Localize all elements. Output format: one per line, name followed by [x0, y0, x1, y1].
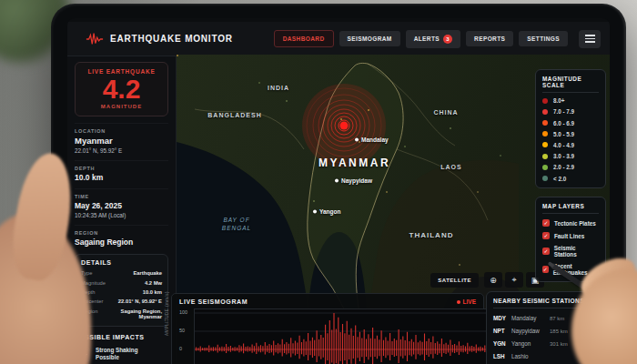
details-row: Region Sagaing Region, Myanmar — [81, 307, 162, 321]
map-layer-seismic-stations[interactable]: ✓ Seismic Stations — [542, 245, 599, 258]
country-label-thailand: THAILAND — [410, 231, 454, 239]
layer-label: Seismic Stations — [554, 245, 599, 258]
nav-label: SETTINGS — [527, 35, 560, 42]
details-row-value: 22.01° N, 95.92° E — [118, 298, 162, 304]
city-dot — [355, 137, 359, 141]
impact-label: Strong ShakingPossible — [96, 347, 138, 361]
nav-button-alerts[interactable]: ALERTS 3 — [406, 30, 460, 48]
info-field: LOCATION Myanmar 22.01° N, 95.92° E — [75, 123, 168, 154]
nav-label: REPORTS — [474, 35, 505, 42]
city-dot — [313, 209, 317, 213]
seismic-waveform-icon — [86, 32, 104, 46]
city-name: Yangon — [319, 208, 340, 215]
station-distance: 301 km — [550, 341, 575, 347]
field-value: 10.0 km — [75, 173, 168, 182]
sea-label: BAY OF BENGAL — [222, 217, 251, 232]
nav-label: SEISMOGRAM — [348, 35, 392, 42]
magnitude-scale-title: MAGNITUDE SCALE — [542, 76, 599, 93]
details-row-value: Sagaing Region, Myanmar — [97, 308, 162, 319]
main-nav: DASHBOARD SEISMOGRAM ALERTS 3 REPORTS — [274, 30, 568, 48]
city-marker-yangon: Yangon — [313, 208, 340, 215]
hamburger-icon[interactable] — [579, 30, 601, 48]
seismogram-title: LIVE SEISMOGRAM — [179, 298, 248, 305]
checkbox-checked-icon[interactable]: ✓ — [542, 248, 550, 255]
live-earthquake-card: LIVE EARTHQUAKE 4.2 MAGNITUDE — [75, 62, 168, 116]
station-name: Yangon — [511, 340, 550, 347]
field-label: REGION — [75, 230, 168, 236]
app-screen: EARTHQUAKE MONITOR DASHBOARD SEISMOGRAM … — [67, 18, 610, 364]
checkbox-checked-icon[interactable]: ✓ — [542, 232, 550, 239]
checkbox-checked-icon[interactable]: ✓ — [542, 266, 549, 273]
station-code: YGN — [493, 340, 511, 347]
magnitude-range: 2.0 - 2.9 — [553, 164, 574, 170]
city-dot — [335, 178, 339, 182]
nav-button-reports[interactable]: REPORTS — [466, 31, 513, 46]
info-field: TIME May 26, 2025 10:24:35 AM (Local) — [75, 188, 168, 218]
magnitude-range: 5.0 - 5.9 — [553, 131, 574, 137]
details-row: Depth 10.0 km — [81, 288, 162, 297]
live-indicator: LIVE — [457, 298, 476, 305]
highlight-country-label: MYANMAR — [318, 157, 390, 169]
magnitude-range: 8.0+ — [553, 97, 564, 104]
map-layer-fault-lines[interactable]: ✓ Fault Lines — [542, 232, 599, 239]
alerts-badge: 3 — [443, 35, 452, 44]
magnitude-scale-item: 7.0 - 7.9 — [542, 108, 599, 115]
checkbox-checked-icon[interactable]: ✓ — [542, 219, 550, 227]
magnitude-scale-item: 3.0 - 3.9 — [542, 153, 599, 159]
details-row-value: 10.0 km — [143, 289, 162, 295]
station-distance: 87 km — [550, 316, 575, 321]
nav-label: ALERTS — [414, 35, 440, 42]
station-name: Naypyidaw — [511, 328, 550, 334]
header-bar: EARTHQUAKE MONITOR DASHBOARD SEISMOGRAM … — [67, 22, 610, 56]
field-value: Myanmar — [75, 136, 168, 146]
scene: EARTHQUAKE MONITOR DASHBOARD SEISMOGRAM … — [0, 0, 637, 364]
field-label: LOCATION — [75, 128, 168, 134]
country-label-laos: LAOS — [440, 164, 461, 170]
layer-label: Fault Lines — [554, 233, 584, 239]
city-name: Naypyidaw — [341, 177, 372, 184]
epicenter-marker[interactable] — [302, 84, 386, 167]
waveform-plot — [194, 308, 487, 364]
map-texture — [177, 55, 178, 56]
magnitude-scale-item: 6.0 - 6.9 — [542, 120, 599, 126]
magnitude-range: < 2.0 — [553, 176, 566, 182]
compass-icon[interactable]: ⌖ — [505, 272, 523, 288]
field-value: Sagaing Region — [75, 238, 168, 247]
info-field: REGION Sagaing Region — [75, 225, 168, 247]
details-row: Magnitude 4.2 Mw — [81, 278, 162, 287]
station-code: MDY — [493, 315, 511, 321]
station-name: Mandalay — [511, 315, 550, 321]
y-tick-label: 0 — [179, 346, 182, 351]
info-fields: LOCATION Myanmar 22.01° N, 95.92° E DEPT… — [75, 123, 168, 247]
city-marker-naypyidaw: Naypyidaw — [335, 177, 372, 184]
app-logo: EARTHQUAKE MONITOR — [86, 32, 233, 46]
city-name: Mandalay — [361, 136, 389, 143]
station-code: LSH — [493, 353, 511, 359]
info-field: DEPTH 10.0 km — [75, 160, 168, 182]
station-code: NPT — [493, 328, 511, 334]
y-axis-label: AMPLITUDE (mm/s) — [165, 291, 169, 336]
map-controls: SATELLITE ⊕⌖▣ — [430, 272, 544, 288]
nav-label: DASHBOARD — [283, 35, 325, 42]
magnitude-range: 3.0 - 3.9 — [553, 153, 574, 159]
field-label: TIME — [75, 194, 168, 199]
seismogram-panel: LIVE SEISMOGRAM LIVE AMPLITUDE (mm/s) 10… — [171, 293, 484, 364]
magnitude-range: 6.0 - 6.9 — [553, 120, 574, 126]
magnitude-dot — [542, 142, 548, 147]
magnitude-value: 4.2 — [77, 75, 166, 104]
magnitude-dot — [542, 165, 548, 170]
station-name: Lashio — [511, 353, 550, 359]
magnitude-dot — [542, 154, 548, 159]
field-subvalue: 10:24:35 AM (Local) — [75, 212, 168, 218]
globe-icon[interactable]: ⊕ — [484, 272, 502, 288]
y-tick-label: 50 — [179, 328, 185, 333]
nav-button-settings[interactable]: SETTINGS — [519, 31, 568, 46]
map-layer-tectonic-plates[interactable]: ✓ Tectonic Plates — [542, 219, 599, 227]
nav-button-dashboard[interactable]: DASHBOARD — [274, 30, 334, 47]
nav-button-seismogram[interactable]: SEISMOGRAM — [339, 31, 400, 46]
live-dot-icon — [457, 300, 460, 304]
magnitude-dot — [542, 131, 548, 136]
field-value: May 26, 2025 — [75, 201, 168, 210]
magnitude-dot — [542, 98, 548, 104]
satellite-toggle-button[interactable]: SATELLITE — [430, 273, 479, 288]
